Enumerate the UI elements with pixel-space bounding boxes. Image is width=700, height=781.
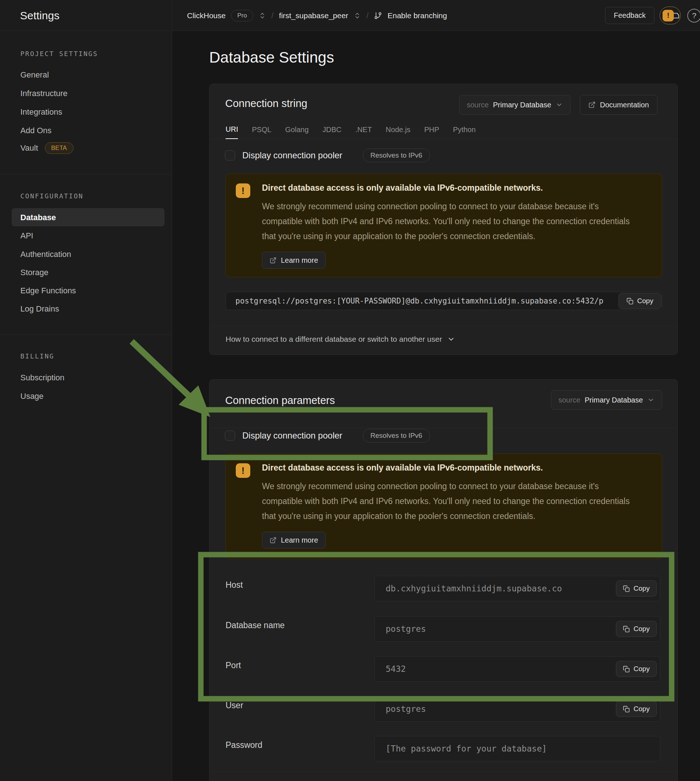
copy-label: Copy: [637, 297, 653, 305]
warning-title: Direct database access is only available…: [262, 463, 543, 473]
beta-badge: BETA: [45, 142, 73, 154]
sidebar-section-configuration: CONFIGURATION: [20, 192, 83, 200]
breadcrumb-org[interactable]: ClickHouse: [187, 11, 225, 20]
chevrons-updown-icon[interactable]: [353, 12, 361, 19]
tab-nodejs[interactable]: Node.js: [386, 120, 410, 139]
breadcrumb-separator: /: [367, 11, 368, 20]
host-label: Host: [225, 580, 243, 590]
copy-label: Copy: [633, 705, 650, 713]
copy-icon: [623, 666, 630, 673]
plan-badge: Pro: [231, 10, 253, 22]
how-to-connect-label: How to connect to a different database o…: [225, 335, 442, 344]
copy-icon: [623, 626, 630, 632]
sidebar-item-add-ons[interactable]: Add Ons: [20, 126, 52, 135]
warning-title: Direct database access is only available…: [262, 183, 543, 193]
copy-label: Copy: [633, 625, 650, 633]
source-value: Primary Database: [585, 396, 643, 404]
sidebar-item-integrations[interactable]: Integrations: [20, 107, 62, 117]
source-value: Primary Database: [493, 101, 551, 109]
learn-more-label: Learn more: [281, 536, 318, 544]
annotation-arrow-head: [178, 385, 210, 417]
card-footer-border: [210, 771, 677, 772]
copy-connection-string-button[interactable]: Copy: [618, 293, 662, 309]
copy-user-button[interactable]: Copy: [616, 701, 657, 717]
feedback-button[interactable]: Feedback: [605, 7, 655, 24]
alert-icon: !: [236, 463, 250, 478]
external-link-icon: [588, 101, 596, 108]
breadcrumb-project[interactable]: first_supabase_peer: [279, 11, 348, 20]
copy-icon: [627, 298, 633, 305]
help-button[interactable]: ?: [687, 9, 700, 23]
sidebar-border: [172, 0, 172, 781]
tab-php[interactable]: PHP: [424, 120, 439, 139]
sidebar-item-usage[interactable]: Usage: [20, 392, 44, 401]
chevron-down-icon: [647, 396, 655, 404]
tab-dotnet[interactable]: .NET: [355, 120, 372, 139]
tab-jdbc[interactable]: JDBC: [322, 120, 341, 139]
sidebar-item-subscription[interactable]: Subscription: [20, 373, 64, 382]
sidebar-item-storage[interactable]: Storage: [20, 268, 48, 277]
sidebar-item-infrastructure[interactable]: Infrastructure: [20, 89, 68, 98]
warning-body: We strongly recommend using connection p…: [262, 479, 633, 524]
learn-more-button[interactable]: Learn more: [262, 532, 326, 549]
source-select[interactable]: source Primary Database: [459, 95, 570, 115]
copy-label: Copy: [633, 665, 650, 673]
git-branch-icon: [374, 12, 382, 20]
chevron-down-icon: [447, 335, 455, 343]
connection-parameters-title: Connection parameters: [225, 394, 335, 407]
documentation-button[interactable]: Documentation: [580, 95, 657, 115]
app-title: Settings: [20, 0, 59, 31]
sidebar-item-vault[interactable]: Vault BETA: [20, 142, 73, 154]
tab-golang[interactable]: Golang: [285, 120, 309, 139]
display-pooler-checkbox[interactable]: [225, 431, 235, 441]
sidebar-item-api[interactable]: API: [20, 231, 33, 240]
sidebar-item-edge-functions[interactable]: Edge Functions: [20, 286, 76, 295]
copy-host-button[interactable]: Copy: [616, 581, 657, 596]
display-pooler-checkbox[interactable]: [225, 150, 235, 160]
copy-icon: [623, 706, 630, 713]
copy-label: Copy: [633, 584, 650, 592]
tab-psql[interactable]: PSQL: [252, 120, 271, 139]
source-label: source: [467, 101, 488, 109]
sidebar-divider: [0, 334, 172, 335]
sidebar-item-label: Vault: [20, 144, 38, 153]
external-link-icon: [270, 537, 277, 544]
copy-database-name-button[interactable]: Copy: [616, 621, 657, 637]
copy-icon: [623, 585, 630, 592]
how-to-connect-toggle[interactable]: How to connect to a different database o…: [225, 335, 455, 344]
database-name-label: Database name: [225, 621, 285, 630]
enable-branching-button[interactable]: Enable branching: [387, 11, 447, 20]
user-label: User: [225, 701, 243, 710]
external-link-icon: [270, 257, 277, 264]
resolves-ipv6-badge: Resolves to IPv6: [363, 429, 430, 442]
learn-more-button[interactable]: Learn more: [262, 252, 326, 269]
resolves-ipv6-badge: Resolves to IPv6: [363, 149, 430, 162]
card-footer-border: [210, 326, 677, 327]
notifications-button[interactable]: !: [660, 7, 681, 24]
connection-string-tabs: URI PSQL Golang JDBC .NET Node.js PHP Py…: [225, 120, 475, 139]
sidebar-section-billing: BILLING: [20, 352, 54, 360]
tab-uri[interactable]: URI: [225, 120, 238, 139]
connection-string-title: Connection string: [225, 98, 307, 110]
breadcrumb: ClickHouse Pro / first_supabase_peer / E…: [187, 0, 447, 31]
sidebar-section-project-settings: PROJECT SETTINGS: [20, 50, 98, 57]
connection-string-value[interactable]: postgresql://postgres:[YOUR-PASSWORD]@db…: [225, 292, 662, 310]
tab-python[interactable]: Python: [453, 120, 475, 139]
password-value[interactable]: [The password for your database]: [374, 736, 660, 761]
documentation-label: Documentation: [600, 101, 649, 109]
sidebar-item-log-drains[interactable]: Log Drains: [20, 304, 59, 314]
sidebar-item-general[interactable]: General: [20, 70, 49, 80]
display-pooler-label: Display connection pooler: [242, 431, 342, 441]
password-label: Password: [225, 740, 262, 750]
page-title: Database Settings: [209, 49, 334, 66]
sidebar-item-authentication[interactable]: Authentication: [20, 250, 71, 259]
copy-port-button[interactable]: Copy: [616, 661, 657, 677]
learn-more-label: Learn more: [281, 256, 318, 265]
chevrons-updown-icon[interactable]: [259, 12, 266, 19]
source-label: source: [558, 396, 580, 404]
alert-icon: !: [236, 184, 250, 198]
source-select[interactable]: source Primary Database: [551, 390, 662, 410]
breadcrumb-separator: /: [272, 11, 273, 20]
sidebar-item-database[interactable]: Database: [20, 213, 56, 222]
sidebar-divider: [0, 174, 172, 174]
